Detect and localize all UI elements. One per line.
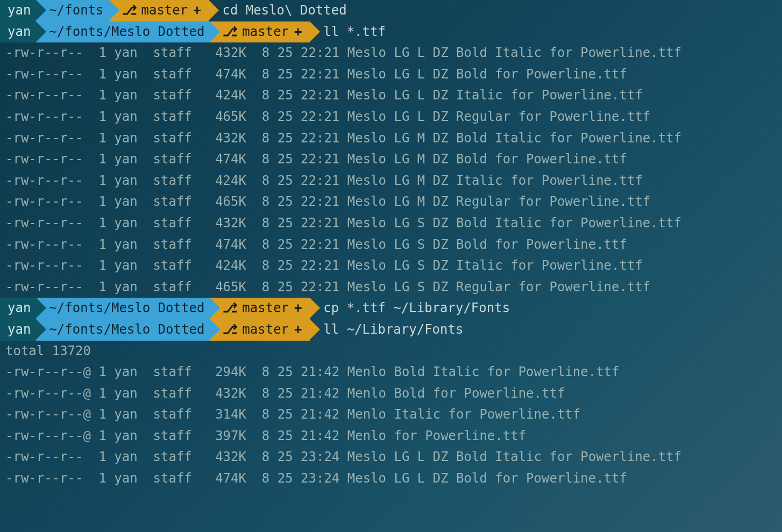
git-branch-icon: ⎇ [122,0,137,21]
prompt-path: ~/fonts/Meslo Dotted [49,298,204,319]
file-listing-row: -rw-r--r-- 1 yan staff 465K 8 25 22:21 M… [0,277,782,298]
prompt-username: yan [8,298,31,319]
prompt-line: yan~/fonts/Meslo Dotted⎇master+ ll *.ttf [0,21,782,43]
file-listing-row: -rw-r--r--@ 1 yan staff 397K 8 25 21:42 … [0,426,782,447]
listing-total: total 13720 [0,341,782,362]
file-listing-row: -rw-r--r-- 1 yan staff 424K 8 25 22:21 M… [0,85,782,106]
prompt-username: yan [8,319,31,341]
prompt-path: ~/fonts/Meslo Dotted [49,21,204,43]
git-dirty-plus-icon: + [193,0,201,21]
git-dirty-plus-icon: + [294,319,302,341]
file-listing-row: -rw-r--r-- 1 yan staff 474K 8 25 23:24 M… [0,468,782,490]
prompt-line: yan~/fonts/Meslo Dotted⎇master+ ll ~/Lib… [0,319,782,341]
file-listing-row: -rw-r--r-- 1 yan staff 432K 8 25 22:21 M… [0,42,782,64]
git-dirty-plus-icon: + [294,21,302,43]
file-listing-row: -rw-r--r-- 1 yan staff 424K 8 25 22:21 M… [0,170,782,192]
prompt-line: yan~/fonts⎇master+ cd Meslo\ Dotted [0,0,782,21]
command-input[interactable]: cp *.ttf ~/Library/Fonts [320,298,510,319]
prompt-path: ~/fonts/Meslo Dotted [49,319,204,341]
file-listing-row: -rw-r--r-- 1 yan staff 474K 8 25 22:21 M… [0,234,782,256]
prompt-path-segment: ~/fonts/Meslo Dotted [36,319,210,341]
prompt-branch: master [141,0,188,21]
file-listing-row: -rw-r--r--@ 1 yan staff 314K 8 25 21:42 … [0,404,782,426]
git-dirty-plus-icon: + [294,298,302,319]
command-input[interactable]: ll *.ttf [320,21,386,43]
prompt-username: yan [8,21,31,43]
prompt-branch-segment: ⎇master+ [109,0,209,21]
git-branch-icon: ⎇ [223,298,238,319]
prompt-branch: master [242,21,289,43]
prompt-username: yan [8,0,31,21]
file-listing-row: -rw-r--r-- 1 yan staff 424K 8 25 22:21 M… [0,255,782,277]
prompt-branch: master [242,298,289,319]
prompt-branch-segment: ⎇master+ [210,21,309,43]
prompt-branch-segment: ⎇master+ [210,319,309,341]
prompt-user-segment: yan [0,21,36,43]
prompt-branch-segment: ⎇master+ [210,298,309,319]
command-input[interactable]: cd Meslo\ Dotted [219,0,346,21]
prompt-path: ~/fonts [49,0,103,21]
git-branch-icon: ⎇ [223,319,238,341]
file-listing-row: -rw-r--r-- 1 yan staff 465K 8 25 22:21 M… [0,106,782,128]
prompt-path-segment: ~/fonts [36,0,109,21]
git-branch-icon: ⎇ [223,21,238,43]
file-listing-row: -rw-r--r-- 1 yan staff 465K 8 25 22:21 M… [0,191,782,213]
file-listing-row: -rw-r--r-- 1 yan staff 432K 8 25 22:21 M… [0,213,782,234]
prompt-branch: master [242,319,289,341]
prompt-user-segment: yan [0,0,36,21]
file-listing-row: -rw-r--r-- 1 yan staff 474K 8 25 22:21 M… [0,64,782,85]
file-listing-row: -rw-r--r--@ 1 yan staff 294K 8 25 21:42 … [0,362,782,383]
prompt-user-segment: yan [0,298,36,319]
command-input[interactable]: ll ~/Library/Fonts [320,319,463,341]
prompt-path-segment: ~/fonts/Meslo Dotted [36,21,210,43]
terminal-output[interactable]: yan~/fonts⎇master+ cd Meslo\ Dottedyan~/… [0,0,782,490]
file-listing-row: -rw-r--r-- 1 yan staff 432K 8 25 22:21 M… [0,128,782,149]
prompt-user-segment: yan [0,319,36,341]
file-listing-row: -rw-r--r-- 1 yan staff 474K 8 25 22:21 M… [0,149,782,170]
file-listing-row: -rw-r--r-- 1 yan staff 432K 8 25 23:24 M… [0,447,782,468]
prompt-path-segment: ~/fonts/Meslo Dotted [36,298,210,319]
file-listing-row: -rw-r--r--@ 1 yan staff 432K 8 25 21:42 … [0,383,782,405]
prompt-line: yan~/fonts/Meslo Dotted⎇master+ cp *.ttf… [0,298,782,319]
